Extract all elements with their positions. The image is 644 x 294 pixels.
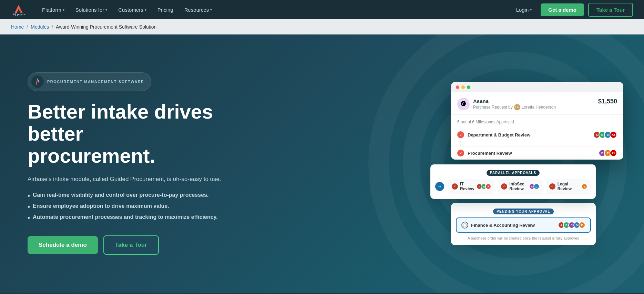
schedule-demo-button[interactable]: Schedule a demo — [28, 236, 98, 254]
hero-ctas: Schedule a demo Take a Tour — [28, 235, 269, 255]
par-avatars: C D — [529, 183, 540, 190]
hero-mockup: 🅐 Asana Purchase Request by LH Loretta H… — [269, 82, 623, 245]
card-vendor-header: 🅐 Asana Purchase Request by LH Loretta H… — [451, 92, 623, 115]
avatar-overflow: +2 — [610, 131, 617, 139]
get-demo-button[interactable]: Get a demo — [541, 3, 584, 16]
logo[interactable]: by paylocity — [11, 3, 26, 16]
pending-avatars: A B C D E — [558, 222, 585, 229]
breadcrumb-separator: / — [27, 24, 28, 30]
bullet-item: Gain real-time visibility and control ov… — [28, 192, 269, 200]
parallel-item: ✓ IT Review A B + — [448, 179, 495, 194]
parallel-arrow-icon: → — [435, 182, 444, 191]
chevron-down-icon: ▾ — [210, 8, 212, 12]
take-tour-nav-button[interactable]: Take a Tour — [588, 3, 633, 17]
nav-resources[interactable]: Resources ▾ — [180, 4, 217, 16]
nav-pricing[interactable]: Pricing — [153, 4, 178, 16]
vendor-avatar: 🅐 — [457, 98, 470, 110]
parallel-item: ✓ InfoSec Review C D — [498, 179, 543, 194]
milestone-name: Procurement Review — [468, 151, 512, 156]
dot-red — [456, 85, 459, 89]
requester-avatar: LH — [514, 104, 520, 110]
connector — [460, 141, 623, 146]
nav-links: Platform ▾ Solutions for ▾ Customers ▾ P… — [37, 4, 511, 16]
approval-card: 🅐 Asana Purchase Request by LH Loretta H… — [451, 82, 623, 160]
pending-label: PENDING YOUR APPROVAL — [456, 208, 591, 214]
vendor-name: Asana — [473, 98, 556, 104]
par-check-icon: ✓ — [452, 183, 458, 190]
milestone-row: ✓ Procurement Review D E +1 — [451, 146, 623, 160]
breadcrumb-modules[interactable]: Modules — [31, 24, 49, 30]
hero-headline: Better intake drives better procurement. — [28, 101, 269, 166]
navbar: by paylocity Platform ▾ Solutions for ▾ … — [0, 0, 644, 19]
clock-icon: 🕐 — [461, 222, 468, 229]
parallel-label: PARALLEL APPROVALS — [435, 169, 591, 175]
nav-platform[interactable]: Platform ▾ — [37, 4, 69, 16]
hero-bullets: Gain real-time visibility and control ov… — [28, 192, 269, 222]
bullet-item: Automate procurement processes and track… — [28, 214, 269, 222]
hero-subtext: Airbase's intake module, called Guided P… — [28, 175, 269, 184]
bullet-item: Ensure employee adoption to drive maximu… — [28, 203, 269, 211]
par-check-icon: ✓ — [501, 183, 507, 190]
avatar-group: D E +1 — [599, 149, 617, 157]
pending-approval-card: PENDING YOUR APPROVAL 🕐 Finance & Accoun… — [451, 203, 596, 245]
vendor-subtitle: Purchase Request by LH Loretta Henderson — [473, 104, 556, 110]
milestones-label: 5 out of 6 Milestones Approved — [457, 120, 617, 124]
par-avatars: A B + — [476, 183, 491, 190]
hero-content: PROCUREMENT MANAGEMENT SOFTWARE Better i… — [28, 72, 269, 255]
par-check-icon: ✓ — [549, 183, 555, 190]
hero-section: PROCUREMENT MANAGEMENT SOFTWARE Better i… — [0, 34, 644, 293]
svg-text:by paylocity: by paylocity — [13, 13, 26, 16]
vendor-info: 🅐 Asana Purchase Request by LH Loretta H… — [457, 98, 556, 110]
nav-right: Login ▾ Get a demo Take a Tour — [511, 3, 633, 17]
par-avatar: E — [581, 183, 587, 190]
par-avatar: + — [485, 183, 491, 190]
badge-icon — [31, 75, 44, 88]
par-avatars: E — [581, 183, 587, 190]
take-tour-button[interactable]: Take a Tour — [103, 235, 159, 255]
par-avatar: D — [533, 183, 540, 190]
parallel-approvals-card: PARALLEL APPROVALS → ✓ IT Review A B + — [430, 164, 596, 199]
badge-text: PROCUREMENT MANAGEMENT SOFTWARE — [47, 80, 144, 84]
nav-solutions[interactable]: Solutions for ▾ — [71, 4, 112, 16]
check-icon: ✓ — [457, 150, 464, 156]
chevron-down-icon: ▾ — [530, 8, 532, 12]
po-note: A purchase order will be created once th… — [456, 236, 591, 240]
milestone-row: ✓ Department & Budget Review A B C +2 — [451, 128, 623, 141]
milestone-name: Department & Budget Review — [468, 132, 530, 138]
dot-yellow — [461, 85, 465, 89]
hero-badge: PROCUREMENT MANAGEMENT SOFTWARE — [28, 72, 151, 91]
nav-customers[interactable]: Customers ▾ — [113, 4, 151, 16]
avatar-group: A B C +2 — [593, 131, 617, 139]
parallel-item: ✓ Legal Review E — [546, 179, 591, 194]
breadcrumb-home[interactable]: Home — [11, 24, 24, 30]
vendor-price: $1,550 — [598, 98, 617, 105]
chevron-down-icon: ▾ — [105, 8, 107, 12]
pend-avatar: E — [579, 222, 585, 229]
check-icon: ✓ — [457, 131, 464, 138]
breadcrumb: Home / Modules / Award-Winning Procureme… — [0, 19, 644, 34]
pending-row: 🕐 Finance & Accounting Review A B C D E — [456, 217, 591, 233]
chevron-down-icon: ▾ — [145, 8, 146, 12]
dot-green — [467, 85, 470, 89]
parallel-items: → ✓ IT Review A B + ✓ InfoSec Review — [435, 179, 591, 194]
breadcrumb-separator: / — [52, 24, 53, 30]
card-topbar — [451, 82, 623, 92]
pending-item-left: 🕐 Finance & Accounting Review — [461, 222, 535, 229]
chevron-down-icon: ▾ — [63, 8, 64, 12]
avatar-overflow: +1 — [610, 149, 617, 157]
pending-item-name: Finance & Accounting Review — [471, 223, 535, 228]
breadcrumb-current: Award-Winning Procurement Software Solut… — [56, 24, 156, 30]
login-button[interactable]: Login ▾ — [511, 4, 537, 16]
